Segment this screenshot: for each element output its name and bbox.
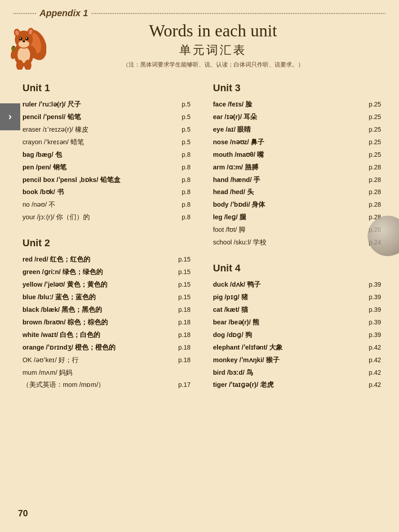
unit2-title: Unit 2 xyxy=(22,237,191,249)
page-number: p.5 xyxy=(175,137,191,147)
page-number: p.5 xyxy=(175,124,191,135)
page-number: p.8 xyxy=(175,212,191,222)
word-row: pig /pɪɡ/ 猪 p.39 xyxy=(213,291,381,304)
page-number: p.25 xyxy=(365,112,381,122)
word-entry: tiger /ˈtaɪɡə(r)/ 老虎 xyxy=(213,380,365,390)
word-row: head /hed/ 头 p.28 xyxy=(213,186,381,199)
word-entry: black /blæk/ 黑色；黑色的 xyxy=(22,305,175,315)
word-row: yellow /ˈjeləʊ/ 黄色；黄色的 p.15 xyxy=(22,279,191,291)
word-row: bear /beə(r)/ 熊 p.39 xyxy=(213,316,381,329)
word-row: nose /nəʊz/ 鼻子 p.25 xyxy=(213,136,381,149)
left-column: Unit 1 ruler /ˈruːlə(r)/ 尺子 p.5 pencil /… xyxy=(22,82,204,391)
page-header: Appendix 1 Words in each unit 单元词汇表 （注：黑… xyxy=(0,0,399,78)
word-row: black /blæk/ 黑色；黑色的 p.18 xyxy=(22,304,191,316)
word-row: bird /bɜːd/ 鸟 p.42 xyxy=(213,367,381,379)
word-row: tiger /ˈtaɪɡə(r)/ 老虎 p.42 xyxy=(213,379,381,391)
page-number: p.28 xyxy=(365,162,381,173)
word-entry: nose /nəʊz/ 鼻子 xyxy=(213,137,365,148)
word-entry: green /ɡriːn/ 绿色；绿色的 xyxy=(22,267,175,278)
page-number: p.15 xyxy=(175,267,191,277)
appendix-label: Appendix 1 xyxy=(40,8,88,18)
word-entry: head /hed/ 头 xyxy=(213,187,365,198)
word-entry: bear /beə(r)/ 熊 xyxy=(213,317,365,328)
page-number: p.39 xyxy=(365,330,381,340)
word-row: pen /pen/ 钢笔 p.8 xyxy=(22,161,191,174)
word-entry: your /jɔː(r)/ 你（们）的 xyxy=(22,212,175,223)
word-row: hand /hænd/ 手 p.28 xyxy=(213,174,381,186)
page-number: p.8 xyxy=(175,200,191,210)
page-number: p.25 xyxy=(365,99,381,110)
word-row: bag /bæg/ 包 p.8 xyxy=(22,149,191,161)
word-row: crayon /ˈkreɪən/ 蜡笔 p.5 xyxy=(22,136,191,149)
word-entry: eraser /ɪˈreɪzə(r)/ 橡皮 xyxy=(22,124,175,135)
word-entry: pencil /ˈpensl/ 铅笔 xyxy=(22,112,175,123)
word-row: face /feɪs/ 脸 p.25 xyxy=(213,98,381,111)
page-number: p.18 xyxy=(175,330,191,340)
unit3-title: Unit 3 xyxy=(213,82,381,94)
word-row: duck /dʌk/ 鸭子 p.39 xyxy=(213,279,381,291)
word-entry: mouth /maʊθ/ 嘴 xyxy=(213,150,365,160)
word-entry: cat /kæt/ 猫 xyxy=(213,305,365,315)
page-number: p.18 xyxy=(175,355,191,365)
word-entry: face /feɪs/ 脸 xyxy=(213,99,365,110)
page-number: p.28 xyxy=(365,175,381,185)
page-number: p.42 xyxy=(365,380,381,390)
nav-arrow-button[interactable]: › xyxy=(0,103,20,130)
word-row: ear /ɪə(r)/ 耳朵 p.25 xyxy=(213,111,381,124)
word-entry: yellow /ˈjeləʊ/ 黄色；黄色的 xyxy=(22,279,175,290)
word-entry: orange /ˈɒrɪndʒ/ 橙色；橙色的 xyxy=(22,342,175,353)
page-number: p.15 xyxy=(175,254,191,265)
word-row: （美式英语：mom /mɒm/） p.17 xyxy=(22,379,191,391)
main-content: Unit 1 ruler /ˈruːlə(r)/ 尺子 p.5 pencil /… xyxy=(0,78,399,405)
page-number: p.8 xyxy=(175,175,191,185)
word-row: pencil box /ˈpensl ˌbɒks/ 铅笔盒 p.8 xyxy=(22,174,191,186)
appendix-bar: Appendix 1 xyxy=(13,8,386,18)
page-number: p.18 xyxy=(175,317,191,328)
dot-line-left xyxy=(13,13,36,14)
word-entry: foot /fʊt/ 脚 xyxy=(213,225,365,235)
word-row: leg /leɡ/ 腿 p.28 xyxy=(213,211,381,224)
page-number: p.42 xyxy=(365,355,381,365)
page-number: p.5 xyxy=(175,99,191,110)
unit1-title: Unit 1 xyxy=(22,82,191,94)
word-entry: crayon /ˈkreɪən/ 蜡笔 xyxy=(22,137,175,148)
word-entry: OK /əʊˈkeɪ/ 好；行 xyxy=(22,355,175,366)
word-row: blue /bluː/ 蓝色；蓝色的 p.15 xyxy=(22,291,191,304)
main-title: Words in each unit xyxy=(40,21,386,40)
word-entry: monkey /ˈmʌŋki/ 猴子 xyxy=(213,355,365,366)
word-row: your /jɔː(r)/ 你（们）的 p.8 xyxy=(22,211,191,224)
word-row: OK /əʊˈkeɪ/ 好；行 p.18 xyxy=(22,354,191,367)
word-entry: hand /hænd/ 手 xyxy=(213,175,365,186)
word-entry: pig /pɪɡ/ 猪 xyxy=(213,292,365,303)
page-number: p.18 xyxy=(175,305,191,315)
word-row: green /ɡriːn/ 绿色；绿色的 p.15 xyxy=(22,266,191,279)
page-number: p.5 xyxy=(175,112,191,122)
page-number: p.8 xyxy=(175,187,191,197)
page-number: p.15 xyxy=(175,279,191,290)
page-number: p.39 xyxy=(365,317,381,328)
page-number: p.28 xyxy=(365,187,381,197)
page-number: p.25 xyxy=(365,124,381,135)
word-row: white /waɪt/ 白色；白色的 p.18 xyxy=(22,329,191,341)
word-entry: bag /bæg/ 包 xyxy=(22,150,175,160)
word-row: pencil /ˈpensl/ 铅笔 p.5 xyxy=(22,111,191,124)
title-section: Words in each unit 单元词汇表 （注：黑体词要求学生能够听、说… xyxy=(13,21,386,69)
word-entry: pen /pen/ 钢笔 xyxy=(22,162,175,173)
page-number: p.28 xyxy=(365,200,381,210)
word-entry: body /ˈbɒdi/ 身体 xyxy=(213,200,365,210)
page-footer-number: 70 xyxy=(18,508,28,519)
word-row: dog /dɒɡ/ 狗 p.39 xyxy=(213,329,381,341)
page-number: p.8 xyxy=(175,162,191,173)
unit4-title: Unit 4 xyxy=(213,262,381,274)
page-number: p.18 xyxy=(175,342,191,353)
word-entry: arm /ɑːm/ 胳膊 xyxy=(213,162,365,173)
word-row: no /nəʊ/ 不 p.8 xyxy=(22,199,191,211)
word-entry: white /waɪt/ 白色；白色的 xyxy=(22,330,175,341)
dot-line-right xyxy=(92,13,386,14)
word-row: mum /mʌm/ 妈妈 xyxy=(22,367,191,379)
word-entry: eye /aɪ/ 眼睛 xyxy=(213,124,365,135)
chevron-right-icon: › xyxy=(9,111,12,123)
word-row: foot /fʊt/ 脚 p.28 xyxy=(213,224,381,236)
chinese-title: 单元词汇表 xyxy=(40,42,386,58)
word-entry: no /nəʊ/ 不 xyxy=(22,200,175,210)
